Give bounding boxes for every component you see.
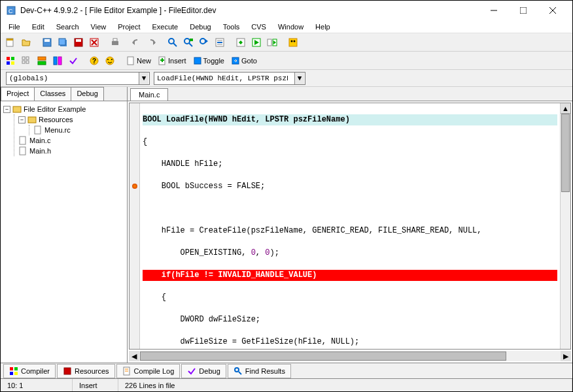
tab-debug[interactable]: Debug: [71, 87, 103, 101]
tree-folder-resources[interactable]: − Resources: [18, 114, 124, 125]
tree-file-main-h[interactable]: Main.h: [18, 146, 124, 156]
menu-execute[interactable]: Execute: [147, 22, 183, 32]
scroll-thumb[interactable]: [140, 351, 506, 361]
svg-rect-17: [112, 41, 118, 45]
gutter[interactable]: [130, 103, 140, 349]
svg-line-22: [189, 43, 192, 46]
menu-window[interactable]: Window: [273, 22, 309, 32]
find-icon[interactable]: [165, 35, 180, 50]
window-title: Dev-C++ 4.9.9.2 - [ File Editor Example …: [20, 6, 479, 15]
compile-run-icon[interactable]: [265, 35, 279, 50]
svg-text:C: C: [9, 8, 13, 14]
menu-view[interactable]: View: [86, 22, 112, 32]
run-icon[interactable]: [249, 35, 264, 50]
menu-cvs[interactable]: CVS: [246, 22, 271, 32]
project-tree[interactable]: − File Editor Example − Resources Menu.r…: [1, 101, 127, 363]
breakpoint-icon[interactable]: [132, 184, 137, 189]
tab-project[interactable]: Project: [1, 87, 35, 101]
maximize-button[interactable]: [508, 1, 538, 20]
scroll-up-icon[interactable]: ▲: [561, 103, 570, 114]
svg-rect-42: [22, 61, 25, 63]
tree-file-main-c[interactable]: Main.c: [18, 135, 124, 146]
menu-tools[interactable]: Tools: [218, 22, 245, 32]
help-icon[interactable]: ?: [87, 54, 101, 68]
svg-rect-3: [520, 7, 527, 14]
svg-rect-62: [10, 367, 13, 370]
chevron-down-icon: ▼: [139, 73, 148, 84]
menu-edit[interactable]: Edit: [27, 22, 50, 32]
svg-rect-63: [14, 367, 18, 370]
new-project-icon[interactable]: [3, 35, 18, 50]
redo-icon[interactable]: [145, 35, 159, 50]
svg-point-34: [291, 40, 293, 42]
editor-tab-main-c[interactable]: Main.c: [130, 88, 168, 101]
folder-icon: [27, 115, 37, 124]
save-icon[interactable]: [40, 35, 54, 50]
svg-rect-43: [26, 61, 29, 63]
minimize-button[interactable]: [479, 1, 508, 20]
tile-h-icon[interactable]: [35, 54, 49, 68]
insert-button[interactable]: Insert: [155, 54, 189, 68]
svg-rect-61: [20, 147, 26, 155]
menu-search[interactable]: Search: [51, 22, 84, 32]
svg-rect-57: [13, 106, 21, 112]
close-file-icon[interactable]: [87, 35, 101, 50]
svg-point-19: [169, 39, 174, 44]
goto-icon: [231, 56, 240, 65]
compiler-icon: [9, 367, 18, 376]
code-content[interactable]: BOOL LoadFile(HWND hEdit, LPSTR pszFileN…: [140, 103, 560, 349]
debug-icon[interactable]: [286, 35, 300, 50]
goto-line-icon[interactable]: [213, 35, 227, 50]
tab-compile-log[interactable]: Compile Log: [116, 364, 181, 378]
tree-file-menu-rc[interactable]: Menu.rc: [33, 125, 124, 135]
check-icon[interactable]: [66, 54, 80, 68]
insert-icon: [158, 56, 167, 65]
new-button[interactable]: New: [124, 54, 154, 68]
horizontal-scrollbar[interactable]: ◀ ▶: [129, 351, 571, 361]
tile-v-icon[interactable]: [50, 54, 65, 68]
tab-compiler[interactable]: Compiler: [3, 364, 56, 378]
save-all-icon[interactable]: [56, 35, 70, 50]
menu-file[interactable]: File: [3, 22, 26, 32]
menu-project[interactable]: Project: [113, 22, 145, 32]
tab-find-results[interactable]: Find Results: [228, 364, 291, 378]
tab-classes[interactable]: Classes: [34, 87, 71, 101]
goto-button[interactable]: Goto: [228, 54, 260, 68]
grid-icon[interactable]: [19, 54, 33, 68]
scope-dropdown[interactable]: (globals) ▼: [6, 72, 150, 85]
svg-rect-64: [10, 372, 13, 375]
menu-debug[interactable]: Debug: [184, 22, 216, 32]
svg-rect-65: [14, 372, 18, 375]
function-dropdown[interactable]: LoadFile(HWND hEdit, LPSTR pszFileName) …: [154, 72, 305, 85]
compile-icon[interactable]: [234, 35, 248, 50]
palette-icon[interactable]: [3, 54, 18, 68]
svg-rect-66: [64, 368, 71, 374]
svg-rect-33: [289, 39, 297, 46]
open-icon[interactable]: [19, 35, 33, 50]
collapse-icon[interactable]: −: [18, 116, 26, 123]
print-icon[interactable]: [108, 35, 122, 50]
scroll-thumb[interactable]: [561, 114, 570, 192]
svg-rect-45: [38, 61, 46, 65]
undo-icon[interactable]: [129, 35, 143, 50]
scroll-right-icon[interactable]: ▶: [561, 351, 571, 361]
tab-debug-output[interactable]: Debug: [181, 364, 226, 378]
status-lines: 226 Lines in file: [118, 379, 572, 391]
scroll-left-icon[interactable]: ◀: [129, 351, 139, 361]
save-project-icon[interactable]: [71, 35, 86, 50]
svg-rect-13: [76, 39, 81, 42]
collapse-icon[interactable]: −: [3, 106, 10, 113]
tree-root[interactable]: − File Editor Example: [3, 104, 124, 114]
vertical-scrollbar[interactable]: ▲: [560, 103, 570, 349]
search-icon: [234, 367, 243, 376]
find-next-icon[interactable]: [197, 35, 211, 50]
menu-help[interactable]: Help: [310, 22, 336, 32]
svg-rect-53: [128, 57, 133, 65]
close-button[interactable]: [538, 1, 567, 20]
svg-rect-39: [11, 61, 14, 65]
code-editor[interactable]: BOOL LoadFile(HWND hEdit, LPSTR pszFileN…: [129, 103, 571, 350]
replace-icon[interactable]: [181, 35, 196, 50]
toggle-button[interactable]: Toggle: [190, 54, 227, 68]
tab-resources[interactable]: Resources: [57, 364, 115, 378]
about-icon[interactable]: [103, 54, 117, 68]
